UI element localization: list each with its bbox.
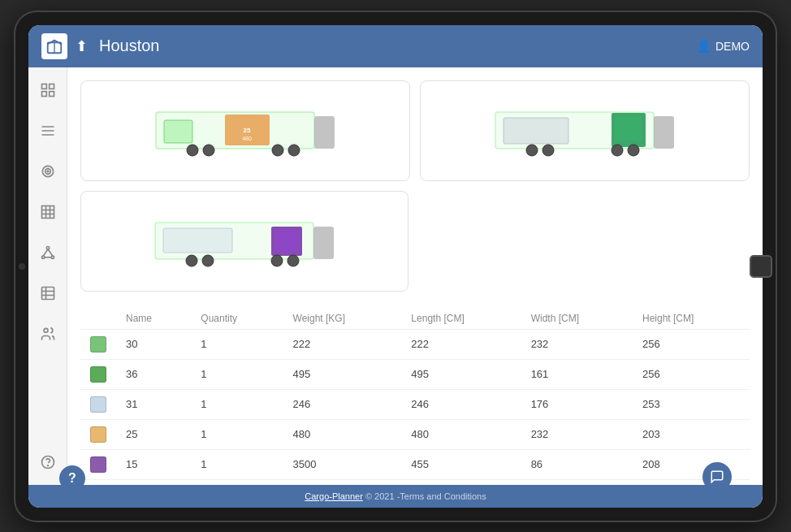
row-height: 256 (633, 359, 750, 389)
row-color-cell (80, 329, 116, 359)
building-icon (40, 204, 56, 220)
truck-card-3 (80, 191, 408, 292)
row-width: 161 (521, 359, 633, 389)
row-weight: 246 (283, 389, 402, 419)
svg-rect-43 (504, 118, 568, 144)
col-name: Name (116, 308, 191, 330)
row-color-cell (80, 419, 116, 449)
cargo-color-swatch (90, 366, 106, 383)
row-length: 222 (401, 329, 521, 359)
svg-rect-23 (41, 287, 54, 299)
row-name: 15 (116, 449, 191, 479)
user-menu[interactable]: 👤 DEMO (697, 40, 750, 53)
svg-point-56 (287, 255, 299, 266)
row-width: 176 (521, 389, 633, 419)
layers-icon (40, 163, 56, 179)
chat-icon (710, 469, 724, 484)
row-name: 30 (116, 329, 191, 359)
svg-point-18 (41, 256, 44, 258)
row-weight: 3500 (283, 449, 402, 479)
svg-rect-2 (41, 84, 46, 89)
table-row: 36 1 495 495 161 256 (80, 359, 750, 389)
table-row: 25 1 480 480 232 203 (80, 419, 750, 449)
sidebar-item-building[interactable] (35, 199, 61, 225)
sidebar-item-table[interactable] (35, 280, 61, 306)
row-width: 232 (521, 419, 633, 449)
table-row: 30 1 222 222 232 256 (80, 329, 750, 359)
svg-point-44 (526, 145, 538, 156)
table-icon (40, 285, 56, 301)
truck-visual-1: 25 480 (94, 94, 396, 167)
question-icon (40, 454, 56, 470)
svg-point-37 (272, 145, 283, 156)
users-icon (40, 326, 56, 342)
row-weight: 495 (283, 359, 402, 389)
row-name: 25 (116, 419, 191, 449)
sidebar (28, 67, 67, 485)
row-length: 455 (401, 449, 521, 479)
svg-text:480: 480 (242, 136, 252, 141)
svg-rect-52 (163, 228, 232, 253)
svg-line-20 (43, 249, 48, 255)
chat-button[interactable] (702, 462, 732, 491)
upload-icon: ⬆ (76, 37, 88, 55)
home-button[interactable] (750, 255, 772, 278)
row-quantity: 1 (191, 389, 283, 419)
app-logo (41, 33, 67, 59)
truck-visual-3 (94, 205, 395, 278)
col-height: Height [CM] (633, 308, 750, 330)
footer-text: Cargo-Planner © 2021 -Terms and Conditio… (305, 491, 486, 501)
box-icon (45, 37, 63, 55)
network-icon (40, 244, 56, 261)
svg-text:25: 25 (244, 127, 251, 134)
svg-point-35 (187, 145, 198, 156)
help-button[interactable]: ? (59, 465, 85, 491)
page-title: Houston (99, 37, 160, 55)
camera-dot (19, 263, 25, 270)
svg-point-45 (542, 145, 554, 156)
brand-link[interactable]: Cargo-Planner (305, 491, 363, 501)
row-name: 36 (116, 359, 191, 389)
sidebar-item-grid[interactable] (35, 77, 61, 103)
truck-card-1: 25 480 (80, 80, 410, 181)
sidebar-item-help[interactable] (35, 449, 61, 475)
svg-rect-51 (274, 230, 299, 253)
row-name: 31 (116, 389, 191, 419)
cargo-color-swatch (90, 336, 106, 353)
svg-rect-3 (49, 84, 54, 89)
svg-point-53 (186, 255, 197, 266)
sidebar-item-users[interactable] (35, 321, 61, 347)
svg-point-38 (288, 145, 300, 156)
svg-rect-42 (615, 116, 642, 141)
table-header: Name Quantity Weight [KG] Length [CM] Wi… (80, 308, 750, 330)
row-quantity: 1 (191, 449, 283, 479)
svg-point-19 (51, 256, 54, 258)
table-row: 15 1 3500 455 86 208 (80, 449, 750, 479)
row-color-cell (80, 359, 116, 389)
row-quantity: 1 (191, 329, 283, 359)
row-weight: 480 (283, 419, 402, 449)
row-height: 203 (633, 419, 750, 449)
row-weight: 222 (283, 329, 402, 359)
svg-line-21 (48, 249, 53, 255)
svg-rect-39 (314, 116, 335, 149)
row-width: 86 (521, 449, 633, 479)
sidebar-item-layers[interactable] (35, 158, 61, 184)
col-weight: Weight [KG] (283, 308, 402, 330)
svg-point-29 (47, 465, 48, 465)
row-color-cell (80, 389, 116, 419)
truck-diagram-3 (151, 210, 338, 271)
user-icon: 👤 (697, 40, 711, 53)
cargo-color-swatch (90, 426, 106, 443)
row-quantity: 1 (191, 419, 283, 449)
sidebar-item-list[interactable] (35, 118, 61, 144)
cargo-color-swatch (90, 456, 106, 473)
row-length: 495 (401, 359, 521, 389)
cargo-table: Name Quantity Weight [KG] Length [CM] Wi… (80, 308, 750, 485)
truck-visualizations: 25 480 (80, 80, 750, 181)
row-height: 208 (633, 449, 750, 479)
col-quantity: Quantity (191, 308, 283, 330)
svg-point-36 (203, 145, 214, 156)
sidebar-item-network[interactable] (35, 240, 61, 266)
svg-rect-12 (41, 205, 54, 218)
